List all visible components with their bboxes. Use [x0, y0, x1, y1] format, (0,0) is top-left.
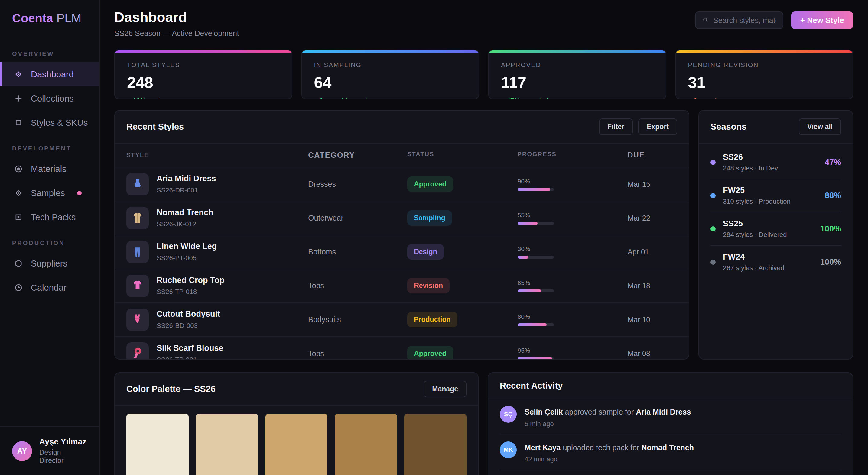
stat-delta: ↑ 12% vs last season — [127, 97, 280, 99]
sidebar-nav: OVERVIEW Dashboard Collections Styles & … — [0, 40, 99, 426]
activity-item: MK Mert Kaya uploaded tech pack for Noma… — [500, 435, 841, 471]
stat-label: APPROVED — [501, 61, 654, 69]
activity-item: SÇ Selin Çelik approved sample for Aria … — [500, 399, 841, 435]
season-item-ss25[interactable]: SS25 284 styles · Delivered 100% — [711, 213, 841, 246]
sidebar-item-tech-packs[interactable]: Tech Packs — [0, 205, 99, 229]
sidebar-item-dashboard[interactable]: Dashboard — [0, 62, 99, 87]
table-row[interactable]: Silk Scarf Blouse SS26-TP-021 Tops Appro… — [115, 337, 689, 359]
sidebar-item-label: Dashboard — [31, 69, 74, 80]
style-code: SS26-PT-005 — [157, 254, 217, 262]
topbar: Dashboard SS26 Season — Active Developme… — [114, 9, 853, 38]
style-code: SS26-JK-012 — [157, 220, 213, 228]
samples-notification-dot — [77, 191, 82, 195]
suppliers-icon — [14, 259, 23, 268]
nav-section-development: DEVELOPMENT — [0, 135, 99, 157]
season-percent: 47% — [825, 158, 841, 167]
search-box — [695, 11, 783, 29]
filter-button[interactable]: Filter — [599, 119, 633, 135]
activity-item: EY Ece Yıldız requested revision on Ruch… — [500, 470, 841, 475]
progress-percent: 80% — [518, 313, 628, 320]
season-subtitle: 267 styles · Archived — [723, 264, 784, 272]
progress-bar — [518, 188, 554, 191]
export-button[interactable]: Export — [638, 119, 677, 135]
stat-card-accent-strip — [302, 51, 479, 53]
color-swatch-espresso[interactable] — [404, 414, 466, 475]
status-badge: Approved — [407, 346, 453, 360]
bodysuit-icon — [131, 313, 144, 326]
style-thumbnail — [126, 275, 149, 297]
season-subtitle: 284 styles · Delivered — [723, 231, 787, 239]
column-header-category: CATEGORY — [308, 151, 407, 160]
style-code: SS26-DR-001 — [157, 186, 216, 194]
sidebar-item-materials[interactable]: Materials — [0, 157, 99, 181]
style-name: Linen Wide Leg — [157, 242, 217, 251]
sidebar-item-label: Collections — [31, 94, 74, 104]
brand-suffix: PLM — [57, 11, 81, 25]
new-style-button[interactable]: + New Style — [791, 11, 853, 29]
season-name: SS26 — [723, 153, 778, 162]
sidebar-item-label: Materials — [31, 164, 66, 174]
style-name: Aria Midi Dress — [157, 174, 216, 183]
sidebar-item-styles-skus[interactable]: Styles & SKUs — [0, 110, 99, 135]
brand-name: Coenta — [12, 11, 53, 25]
stat-card-total-styles: TOTAL STYLES 248 ↑ 12% vs last season — [114, 50, 292, 99]
table-row[interactable]: Ruched Crop Top SS26-TP-018 Tops Revisio… — [115, 269, 689, 303]
style-category: Tops — [308, 349, 407, 358]
status-badge: Sampling — [407, 210, 452, 226]
progress-percent: 30% — [518, 245, 628, 253]
season-dot — [711, 160, 716, 165]
due-date: Apr 01 — [628, 248, 677, 256]
avatar: AY — [12, 441, 32, 461]
stat-card-in-sampling: IN SAMPLING 64 ↑ 8 new this week — [302, 50, 479, 99]
stat-value: 117 — [501, 73, 654, 92]
sidebar-item-label: Suppliers — [31, 259, 67, 268]
stat-value: 64 — [314, 73, 467, 92]
season-subtitle: 310 styles · Production — [723, 198, 790, 205]
season-item-ss26[interactable]: SS26 248 styles · In Dev 47% — [711, 146, 841, 179]
season-item-fw24[interactable]: FW24 267 styles · Archived 100% — [711, 246, 841, 279]
recent-activity-title: Recent Activity — [500, 381, 563, 391]
table-row[interactable]: Linen Wide Leg SS26-PT-005 Bottoms Desig… — [115, 235, 689, 269]
table-row[interactable]: Aria Midi Dress SS26-DR-001 Dresses Appr… — [115, 167, 689, 201]
color-swatch-sand[interactable] — [196, 414, 258, 475]
due-date: Mar 18 — [628, 282, 677, 290]
sidebar-item-label: Tech Packs — [31, 213, 75, 222]
stat-label: IN SAMPLING — [314, 61, 467, 69]
recent-activity-panel: Recent Activity SÇ Selin Çelik approved … — [488, 372, 853, 475]
table-row[interactable]: Cutout Bodysuit SS26-BD-003 Bodysuits Pr… — [115, 303, 689, 337]
seasons-panel: Seasons View all SS26 248 styles · In De… — [699, 110, 853, 359]
sidebar-item-samples[interactable]: Samples — [0, 181, 99, 205]
color-palette-panel: Color Palette — SS26 Manage Ivory Sand C… — [114, 372, 478, 475]
activity-text: Mert Kaya uploaded tech pack for Nomad T… — [525, 443, 694, 453]
table-row[interactable]: Nomad Trench SS26-JK-012 Outerwear Sampl… — [115, 201, 689, 235]
user-profile[interactable]: AY Ayşe Yılmaz Design Director — [0, 426, 99, 475]
stat-card-accent-strip — [489, 51, 666, 53]
search-icon — [702, 16, 709, 24]
recent-styles-title: Recent Styles — [126, 122, 184, 132]
sidebar-item-suppliers[interactable]: Suppliers — [0, 251, 99, 276]
season-name: FW25 — [723, 186, 790, 195]
progress-bar — [518, 323, 554, 326]
season-item-fw25[interactable]: FW25 310 styles · Production 88% — [711, 179, 841, 213]
sidebar-item-calendar[interactable]: Calendar — [0, 276, 99, 300]
avatar: MK — [500, 441, 517, 458]
style-thumbnail — [126, 342, 149, 359]
recent-styles-panel: Recent Styles Filter Export STYLE CATEGO… — [114, 110, 689, 359]
sidebar-item-collections[interactable]: Collections — [0, 87, 99, 110]
stat-delta: ↑ 8 new this week — [314, 97, 467, 99]
season-name: SS25 — [723, 219, 787, 228]
view-all-button[interactable]: View all — [799, 119, 841, 135]
status-badge: Approved — [407, 177, 453, 192]
calendar-icon — [14, 283, 23, 292]
activity-time: 42 min ago — [525, 455, 694, 463]
progress-percent: 55% — [518, 212, 628, 219]
search-input[interactable] — [713, 16, 776, 25]
color-swatch-tobacco[interactable] — [335, 414, 397, 475]
style-thumbnail — [126, 173, 149, 195]
jeans-icon — [131, 245, 144, 259]
app-logo: Coenta PLM — [0, 0, 99, 28]
manage-button[interactable]: Manage — [424, 381, 466, 397]
page-subtitle: SS26 Season — Active Development — [114, 29, 239, 38]
color-swatch-ivory[interactable] — [126, 414, 189, 475]
color-swatch-camel[interactable] — [266, 414, 328, 475]
